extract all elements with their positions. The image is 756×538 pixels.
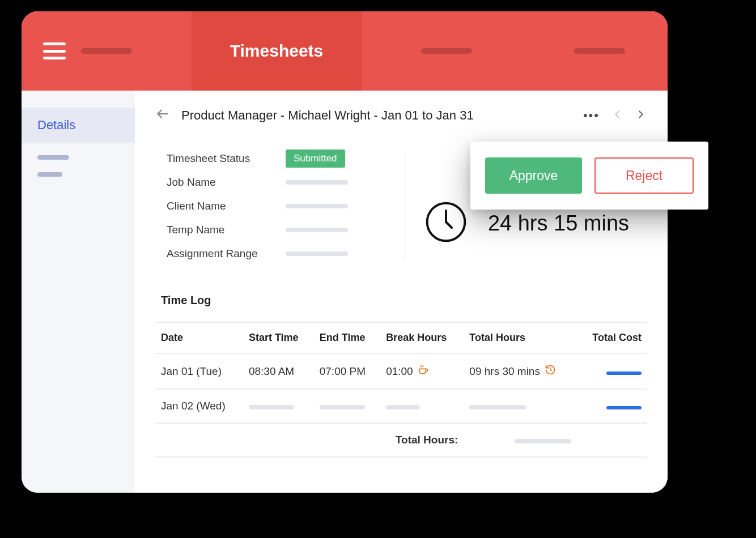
more-options-icon[interactable]: ••• xyxy=(583,108,600,123)
history-icon xyxy=(545,364,556,378)
value-assignment-range xyxy=(286,251,348,256)
cell-start: 08:30 AM xyxy=(243,353,314,389)
cell-break: 01:00 xyxy=(380,353,464,389)
toolbar: Product Manager - Michael Wright - Jan 0… xyxy=(155,106,647,124)
prev-record-icon[interactable] xyxy=(611,108,623,123)
hamburger-menu-icon[interactable] xyxy=(43,42,66,59)
total-hours-label: Total Hours: xyxy=(155,423,464,457)
col-date: Date xyxy=(155,322,243,353)
header-right-placeholder-a xyxy=(421,48,472,54)
cell-total: 09 hrs 30 mins xyxy=(464,353,577,389)
table-row[interactable]: Jan 02 (Wed) xyxy=(155,389,647,423)
total-hours-value xyxy=(464,423,577,457)
label-assignment-range: Assignment Range xyxy=(167,247,286,260)
app-header: Timesheets xyxy=(22,11,668,91)
cell-end: 07:00 PM xyxy=(314,353,380,389)
app-card: Timesheets Details Product Manager - Mic… xyxy=(22,11,668,493)
cell-cost xyxy=(577,389,647,423)
timelog-title: Time Log xyxy=(155,294,647,307)
header-left-placeholder xyxy=(81,48,132,54)
breadcrumb: Product Manager - Michael Wright - Jan 0… xyxy=(181,108,474,123)
next-record-icon[interactable] xyxy=(635,108,647,123)
value-client-name xyxy=(286,204,348,208)
approve-button[interactable]: Approve xyxy=(485,157,582,194)
clock-icon xyxy=(423,199,469,247)
cell-date: Jan 01 (Tue) xyxy=(155,353,243,389)
header-segment-right-a xyxy=(362,11,532,91)
cell-break xyxy=(380,389,464,423)
col-start-time: Start Time xyxy=(243,322,314,353)
summary-fields: Timesheet Status Submitted Job Name Clie… xyxy=(155,147,405,266)
page-title: Timesheets xyxy=(230,41,324,61)
cell-start xyxy=(243,389,314,423)
header-segment-right-b xyxy=(532,11,668,91)
header-right-placeholder-b xyxy=(574,48,625,54)
col-total-hours: Total Hours xyxy=(464,322,577,353)
timelog-table: Date Start Time End Time Break Hours Tot… xyxy=(155,322,647,458)
coffee-icon xyxy=(418,364,429,378)
total-time-value: 24 hrs 15 mins xyxy=(488,211,629,236)
sidebar-item-placeholder xyxy=(37,172,62,177)
back-arrow-icon[interactable] xyxy=(155,106,170,124)
col-end-time: End Time xyxy=(314,322,380,353)
label-timesheet-status: Timesheet Status xyxy=(167,152,286,165)
table-total-row: Total Hours: xyxy=(155,423,647,457)
header-segment-left xyxy=(22,11,192,91)
sidebar: Details xyxy=(22,91,135,493)
sidebar-item-placeholder xyxy=(37,155,69,160)
timelog-section: Time Log Date Start Time End Time Break … xyxy=(155,294,647,458)
label-temp-name: Temp Name xyxy=(167,224,286,236)
header-segment-center: Timesheets xyxy=(192,11,362,91)
col-total-cost: Total Cost xyxy=(577,322,647,353)
sidebar-tab-details[interactable]: Details xyxy=(22,108,135,143)
table-row[interactable]: Jan 01 (Tue) 08:30 AM 07:00 PM 01:00 xyxy=(155,353,647,389)
cell-total xyxy=(464,389,577,423)
label-client-name: Client Name xyxy=(167,200,286,212)
value-job-name xyxy=(286,180,348,185)
status-badge: Submitted xyxy=(286,150,345,168)
col-break-hours: Break Hours xyxy=(380,322,464,353)
approval-action-card: Approve Reject xyxy=(470,142,708,210)
cell-end xyxy=(314,389,380,423)
cell-cost xyxy=(577,353,647,389)
value-temp-name xyxy=(286,228,348,232)
cell-date: Jan 02 (Wed) xyxy=(155,389,243,423)
label-job-name: Job Name xyxy=(167,176,286,189)
reject-button[interactable]: Reject xyxy=(594,157,694,194)
